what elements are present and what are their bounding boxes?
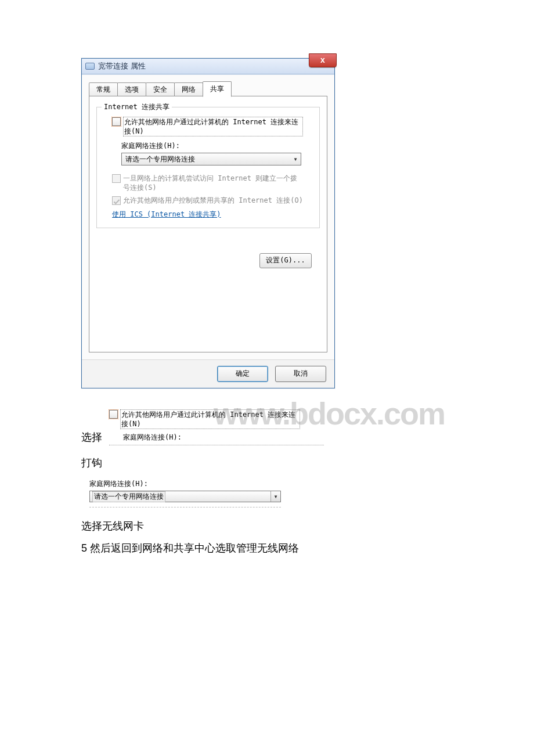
tab-options[interactable]: 选项 [117, 82, 146, 96]
ics-groupbox: Internet 连接共享 允许其他网络用户通过此计算机的 Internet 连… [96, 107, 320, 228]
snippet-allow-checkbox-box[interactable] [109, 410, 118, 419]
ics-help-link[interactable]: 使用 ICS (Internet 连接共享) [112, 210, 221, 219]
snippet-home-label-cut: 家庭网络连接(H): [123, 433, 324, 442]
settings-button[interactable]: 设置(G)... [259, 253, 312, 268]
groupbox-legend: Internet 连接共享 [102, 102, 172, 112]
tab-general[interactable]: 常规 [89, 82, 118, 96]
dialog-body: 常规 选项 安全 网络 共享 Internet 连接共享 允许其他网络用户通过此… [82, 74, 334, 359]
window-title: 宽带连接 属性 [98, 61, 146, 71]
snippet-allow-row: 允许其他网络用户通过此计算机的 Internet 连接来连接(N) [109, 409, 324, 429]
properties-dialog: 宽带连接 属性 x 常规 选项 安全 网络 共享 Internet 连接共享 允… [81, 58, 335, 388]
select-label: 选择 [81, 430, 102, 445]
snippet-cut-edge [89, 507, 281, 511]
dialog-button-row: 确定 取消 [82, 359, 334, 388]
ok-button[interactable]: 确定 [217, 366, 268, 382]
close-button[interactable]: x [309, 53, 337, 67]
allow-control-checkbox[interactable] [112, 196, 121, 205]
tab-security[interactable]: 安全 [146, 82, 175, 96]
titlebar: 宽带连接 属性 x [82, 59, 334, 74]
snippet-allow-checkbox: www.bdocx.com 允许其他网络用户通过此计算机的 Internet 连… [109, 406, 324, 445]
snippet-dropdown-value: 请选一个专用网络连接 [92, 491, 165, 502]
allow-control-row: 允许其他网络用户控制或禁用共享的 Internet 连接(O) [112, 196, 312, 205]
select-line: 选择 www.bdocx.com 允许其他网络用户通过此计算机的 Interne… [81, 406, 534, 445]
snippet-dropdown-control[interactable]: 请选一个专用网络连接 ▾ [89, 491, 281, 502]
tab-network[interactable]: 网络 [174, 82, 203, 96]
dropdown-value: 请选一个专用网络连接 [125, 154, 195, 164]
home-network-label: 家庭网络连接(H): [121, 141, 312, 151]
tab-strip: 常规 选项 安全 网络 共享 [89, 81, 327, 96]
snippet-dropdown: 家庭网络连接(H): 请选一个专用网络连接 ▾ [81, 479, 290, 511]
allow-others-row: 允许其他网络用户通过此计算机的 Internet 连接来连接(N) [112, 117, 312, 136]
allow-control-label: 允许其他网络用户控制或禁用共享的 Internet 连接(O) [123, 196, 303, 205]
select-wlan-text: 选择无线网卡 [81, 519, 534, 533]
step5-text: 5 然后返回到网络和共享中心选取管理无线网络 [81, 541, 534, 555]
home-network-dropdown[interactable]: 请选一个专用网络连接 ▾ [121, 153, 301, 165]
dial-on-demand-label: 一旦网络上的计算机尝试访问 Internet 则建立一个拨号连接(S) [123, 174, 303, 192]
allow-others-label: 允许其他网络用户通过此计算机的 Internet 连接来连接(N) [123, 117, 303, 136]
cancel-button[interactable]: 取消 [275, 366, 326, 382]
connection-icon [85, 63, 95, 70]
tab-page-sharing: Internet 连接共享 允许其他网络用户通过此计算机的 Internet 连… [89, 96, 327, 352]
check-text: 打钩 [81, 456, 534, 470]
snippet-allow-label: 允许其他网络用户通过此计算机的 Internet 连接来连接(N) [120, 409, 300, 429]
tab-sharing[interactable]: 共享 [203, 81, 232, 97]
dial-on-demand-row: 一旦网络上的计算机尝试访问 Internet 则建立一个拨号连接(S) [112, 174, 312, 192]
dial-on-demand-checkbox[interactable] [112, 174, 121, 183]
snippet-dropdown-label: 家庭网络连接(H): [89, 479, 290, 489]
chevron-down-icon: ▾ [270, 491, 280, 502]
chevron-down-icon: ▾ [290, 155, 301, 163]
allow-others-checkbox[interactable] [112, 117, 121, 126]
